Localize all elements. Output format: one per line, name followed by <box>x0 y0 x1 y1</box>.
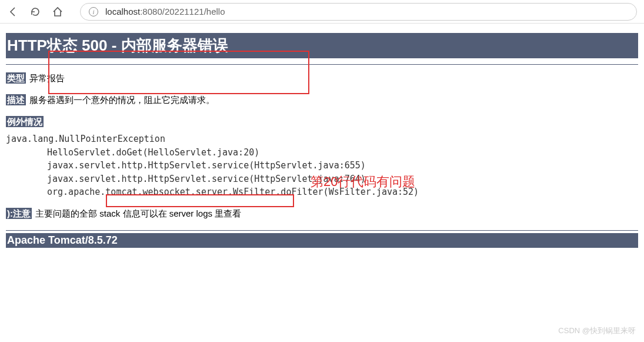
browser-toolbar: i localhost:8080/20221121/hello <box>0 0 644 24</box>
type-row: 类型 异常报告 <box>6 73 638 84</box>
url-text: localhost:8080/20221121/hello <box>105 6 225 16</box>
back-button[interactable] <box>7 6 19 18</box>
note-label: ):注意 <box>6 208 32 219</box>
divider <box>6 230 638 231</box>
note-value: 主要问题的全部 stack 信息可以在 server logs 里查看 <box>35 208 241 218</box>
stack-line: HelloServlet.doGet(HelloServlet.java:20) <box>6 146 638 160</box>
type-label: 类型 <box>6 72 26 84</box>
page-title: HTTP状态 500 - 内部服务器错误 <box>6 33 638 58</box>
description-label: 描述 <box>6 94 26 105</box>
exception-row: 例外情况 <box>6 117 638 128</box>
server-footer: Apache Tomcat/8.5.72 <box>6 233 638 248</box>
annotation-text: 第20行代码有问题 <box>311 173 415 191</box>
stack-line: javax.servlet.http.HttpServlet.service(H… <box>6 159 638 172</box>
stack-line: java.lang.NullPointerException <box>6 132 638 146</box>
note-row: ):注意 主要问题的全部 stack 信息可以在 server logs 里查看 <box>6 208 638 220</box>
home-button[interactable] <box>52 6 64 18</box>
watermark: CSDN @快到锅里来呀 <box>558 326 636 336</box>
page-content: HTTP状态 500 - 内部服务器错误 类型 异常报告 描述 服务器遇到一个意… <box>0 24 644 253</box>
description-value: 服务器遇到一个意外的情况，阻止它完成请求。 <box>29 95 215 105</box>
description-row: 描述 服务器遇到一个意外的情况，阻止它完成请求。 <box>6 95 638 106</box>
divider <box>6 64 638 65</box>
refresh-button[interactable] <box>29 6 41 18</box>
exception-label: 例外情况 <box>6 116 44 127</box>
type-value: 异常报告 <box>29 73 65 83</box>
info-icon[interactable]: i <box>89 7 98 16</box>
address-bar[interactable]: i localhost:8080/20221121/hello <box>80 3 637 21</box>
